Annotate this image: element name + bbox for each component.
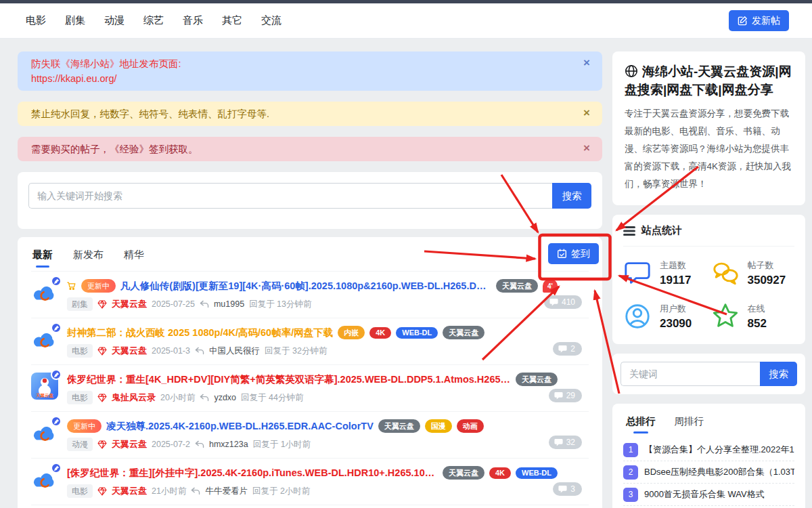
alert-line: 需要购买的帖子，《经验》签到获取。 [31, 142, 581, 156]
keyword-input[interactable] [621, 362, 760, 386]
alert-site-address: 防失联《海绵小站》地址发布页面: https://kkapi.eu.org/ × [18, 51, 602, 91]
stat-users: 用户数23090 [623, 302, 707, 331]
gem-icon [97, 347, 107, 356]
replier-link[interactable]: yzdxo [214, 393, 236, 402]
post-date: 2025-07-25 [152, 299, 195, 309]
tab-digest[interactable]: 精华 [124, 249, 144, 271]
tab-latest[interactable]: 最新 [32, 249, 53, 271]
comment-count: 2 [553, 342, 582, 356]
reply-time: 回复于 2小时前 [252, 486, 310, 497]
category-badge: 动漫 [67, 438, 93, 451]
alert-no-spam: 禁止纯水回复，纯数字、纯符号、纯表情、乱打字母等. × [18, 102, 602, 126]
checkin-button[interactable]: 签到 [548, 243, 599, 264]
tag-badge: 天翼云盘 [443, 466, 484, 480]
tab-rank-total[interactable]: 总排行 [626, 415, 656, 433]
tag-badge: 4K [489, 467, 511, 479]
replier-link[interactable]: 牛牛爱看片 [205, 486, 248, 497]
tag-badge: WEB-DL [516, 467, 558, 479]
site-description: 专注于天翼云盘资源分享，想要免费下载最新的电影、电视剧、音乐、书籍、动漫、综艺等… [625, 105, 793, 193]
owner-link[interactable]: 天翼云盘 [112, 298, 147, 310]
avatar[interactable]: 天翼云盘 [31, 373, 58, 400]
alert-line: 禁止纯水回复，纯数字、纯符号、纯表情、乱打字母等. [31, 106, 581, 121]
comment-count: 3 [553, 482, 582, 496]
pin-icon [51, 322, 62, 333]
nav-movies[interactable]: 电影 [26, 14, 46, 27]
updating-badge: 更新中 [81, 279, 116, 293]
tab-rank-weekly[interactable]: 周排行 [675, 415, 704, 433]
owner-link[interactable]: 天翼云盘 [112, 345, 147, 357]
owner-link[interactable]: 天翼云盘 [112, 438, 147, 450]
gem-icon [97, 300, 107, 309]
search-card: 搜索 [18, 172, 602, 229]
reply-time: 回复于 44分钟前 [241, 392, 303, 404]
post-row: 封神第二部：战火西岐 2025 1080p/4K/高码/60帧率/网盘下载 内嵌… [31, 318, 589, 365]
comment-bubble-icon [558, 345, 567, 353]
comment-bubble-icon [558, 485, 567, 493]
comment-count: 410 [544, 295, 582, 309]
avatar[interactable] [31, 419, 58, 446]
nav-series[interactable]: 剧集 [65, 14, 85, 27]
keyword-search-card: 搜索 [612, 354, 805, 394]
post-title[interactable]: 凡人修仙传(剧版)[更新至19][4K·高码·60帧].2025.1080p&2… [120, 280, 491, 293]
avatar[interactable] [31, 326, 58, 353]
avatar[interactable] [31, 466, 58, 493]
reply-time: 回复于 13分钟前 [249, 299, 311, 310]
tag-badge: 4K [369, 327, 391, 339]
reply-icon [200, 300, 209, 308]
alert-link[interactable]: https://kkapi.eu.org/ [31, 71, 581, 86]
nav-forum[interactable]: 交流 [261, 14, 281, 27]
post-title[interactable]: 侏罗纪世界：重生[4K_HDR+DV][DIY简繁+简英繁英双语字幕].2025… [67, 373, 511, 386]
post-row: 更新中 凡人修仙传(剧版)[更新至19][4K·高码·60帧].2025.108… [31, 272, 589, 318]
user-circle-icon [623, 302, 652, 331]
stat-online: 在线852 [711, 302, 795, 331]
gem-icon [97, 440, 107, 449]
nav-other[interactable]: 其它 [222, 14, 242, 27]
search-input[interactable] [28, 183, 552, 209]
nav-music[interactable]: 音乐 [183, 14, 203, 27]
nav-anime[interactable]: 动漫 [104, 14, 125, 27]
rank-number: 3 [623, 488, 638, 502]
pin-icon [51, 463, 62, 473]
tab-newly[interactable]: 新发布 [73, 249, 104, 271]
category-badge: 电影 [67, 344, 93, 358]
category-badge: 剧集 [67, 297, 93, 311]
post-title[interactable]: [侏罗纪世界：重生][外挂中字].2025.4K-2160p.iTunes.WE… [67, 467, 438, 480]
comment-count: 29 [549, 389, 582, 402]
rank-item[interactable]: 2BDsee压制经典电影200部合集（1.03T) [623, 461, 794, 484]
comment-bubble-icon [554, 391, 563, 400]
replier-link[interactable]: 中国人民很行 [209, 345, 260, 357]
reply-icon [195, 440, 204, 448]
reply-time: 回复于 1小时前 [253, 439, 311, 450]
new-post-button[interactable]: 发新帖 [729, 10, 789, 31]
category-badge: 电影 [67, 484, 93, 498]
owner-link[interactable]: 天翼云盘 [112, 485, 147, 497]
close-icon[interactable]: × [581, 56, 593, 70]
tag-badge: 天翼云盘 [378, 419, 420, 433]
post-title[interactable]: 封神第二部：战火西岐 2025 1080p/4K/高码/60帧率/网盘下载 [67, 326, 333, 339]
rank-item[interactable]: 39000首无损音乐合集 WAV格式 [623, 484, 794, 506]
post-row: 更新中 凌天独尊.2025.4K-2160p.WEB-DL.H265.EDR.A… [31, 412, 589, 459]
owner-link[interactable]: 鬼扯风云录 [112, 391, 156, 404]
tag-badge: 天翼云盘 [443, 326, 484, 339]
gem-icon [97, 487, 107, 496]
nav-variety[interactable]: 综艺 [143, 14, 164, 27]
post-date: 2025-07-2 [152, 440, 190, 449]
reply-icon [195, 347, 204, 355]
tag-badge: WEB-DL [396, 327, 438, 339]
site-info-card: 海绵小站-天翼云盘资源|网盘搜索|网盘下载|网盘分享 专注于天翼云盘资源分享，想… [612, 51, 805, 205]
comment-bubble-icon [554, 438, 563, 446]
rank-item[interactable]: 1【资源合集】个人分享全整理.2022年12 [623, 439, 794, 461]
post-title[interactable]: 凌天独尊.2025.4K-2160p.WEB-DL.H265.EDR.AAC-C… [106, 420, 374, 433]
avatar[interactable] [31, 279, 58, 306]
replier-link[interactable]: mu1995 [214, 299, 244, 309]
pin-icon [51, 369, 62, 380]
keyword-search-button[interactable]: 搜索 [760, 362, 797, 386]
alert-line: 防失联《海绵小站》地址发布页面: [31, 56, 581, 71]
rank-number: 1 [623, 443, 638, 457]
tag-badge: 内嵌 [338, 326, 365, 339]
search-button[interactable]: 搜索 [552, 183, 591, 209]
replier-link[interactable]: hmxz123a [209, 440, 248, 449]
close-icon[interactable]: × [581, 106, 593, 120]
close-icon[interactable]: × [581, 142, 593, 155]
tag-badge: 天翼云盘 [516, 373, 558, 386]
